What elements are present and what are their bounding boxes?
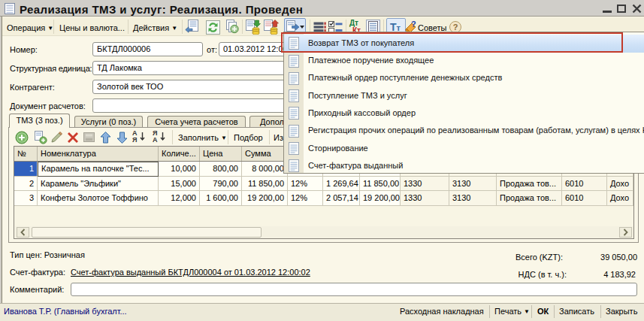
svg-text:?: ?: [411, 20, 416, 29]
